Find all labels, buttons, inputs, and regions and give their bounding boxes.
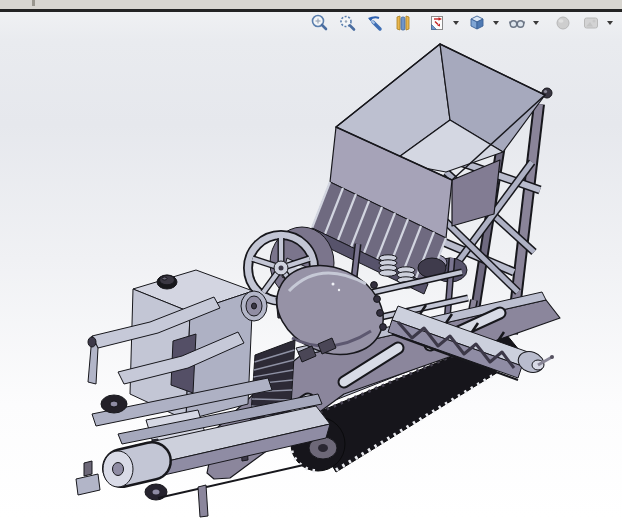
model-canvas — [0, 0, 622, 518]
eyeglasses-icon — [507, 13, 527, 33]
heads-up-view-toolbar — [308, 12, 622, 33]
apply-scene-dropdown[interactable] — [605, 12, 614, 33]
top-strip-artifact — [32, 0, 35, 6]
back-arrow-wand-icon — [365, 13, 385, 33]
hide-show-items-dropdown[interactable] — [531, 12, 540, 33]
view-orientation-button[interactable] — [426, 12, 448, 33]
zoom-to-area-button[interactable] — [336, 12, 358, 33]
window-top-strip — [0, 0, 622, 12]
scene-icon — [581, 13, 601, 33]
display-style-button[interactable] — [466, 12, 488, 33]
display-style-dropdown[interactable] — [491, 12, 500, 33]
viewport-3d[interactable] — [0, 0, 622, 518]
section-slab-icon — [393, 13, 413, 33]
view-orientation-dropdown[interactable] — [451, 12, 460, 33]
sheet-red-arrows-icon — [427, 13, 447, 33]
zoom-to-fit-button[interactable] — [308, 12, 330, 33]
exhaust-cap — [157, 275, 177, 289]
conveyor-leg — [198, 485, 208, 517]
shaded-cube-icon — [467, 13, 487, 33]
apply-scene-button[interactable] — [580, 12, 602, 33]
sphere-icon — [553, 13, 573, 33]
previous-view-button[interactable] — [364, 12, 386, 33]
hide-show-items-button[interactable] — [506, 12, 528, 33]
section-view-button[interactable] — [392, 12, 414, 33]
app-window — [0, 0, 622, 518]
edit-appearance-button[interactable] — [552, 12, 574, 33]
magnifier-dashed-icon — [337, 13, 357, 33]
magnifier-icon — [309, 13, 329, 33]
